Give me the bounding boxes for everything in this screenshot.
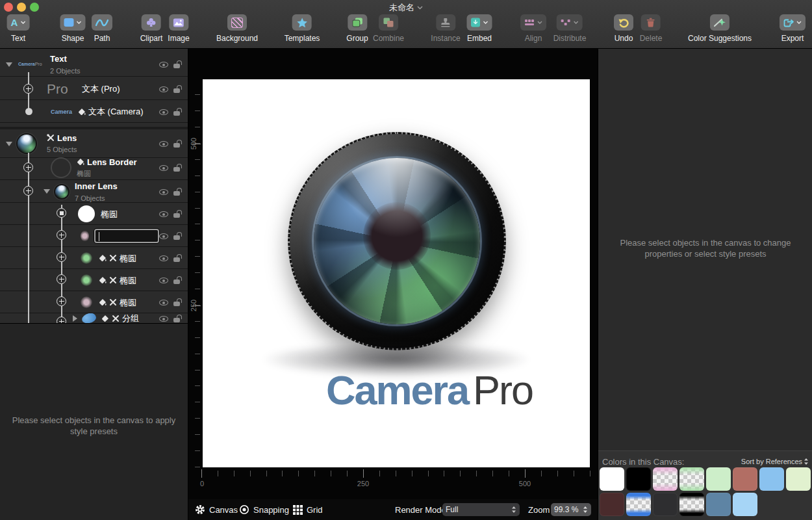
- add-object-button[interactable]: [23, 186, 33, 196]
- layer-thumbnail: CameraPro: [18, 62, 48, 67]
- color-swatch[interactable]: [706, 467, 731, 491]
- properties-panel: Please select objects in the canvas to c…: [598, 49, 812, 520]
- undo-button[interactable]: Undo: [614, 14, 633, 43]
- instance-stamp-icon: [441, 18, 451, 27]
- layer-thumbnail: [81, 230, 89, 242]
- tools-icon: [109, 254, 117, 262]
- color-swatch[interactable]: [759, 467, 784, 491]
- path-tool-button[interactable]: Path: [92, 14, 112, 43]
- color-swatch[interactable]: [679, 493, 704, 516]
- visibility-eye-icon[interactable]: [159, 254, 169, 263]
- add-object-button[interactable]: [57, 274, 66, 284]
- snapping-toggle[interactable]: Snapping: [239, 499, 289, 520]
- color-swatch[interactable]: [626, 467, 651, 491]
- lock-icon[interactable]: [173, 84, 182, 94]
- add-object-button[interactable]: [57, 252, 66, 262]
- color-swatch[interactable]: [733, 493, 757, 516]
- visibility-eye-icon[interactable]: [159, 84, 169, 94]
- tree-node-selected[interactable]: [57, 208, 66, 218]
- lock-icon[interactable]: [173, 314, 182, 323]
- fill-bucket-icon: [78, 108, 86, 116]
- toolbar-label: Undo: [615, 34, 633, 43]
- lock-icon[interactable]: [173, 60, 182, 69]
- color-swatch[interactable]: [653, 493, 678, 516]
- add-object-button[interactable]: [57, 296, 66, 306]
- canvas-toggle[interactable]: Canvas: [195, 499, 238, 520]
- disclosure-triangle[interactable]: [44, 189, 50, 194]
- layer-title: 椭圆: [120, 298, 136, 307]
- ruler-tick: [201, 469, 202, 478]
- visibility-eye-icon[interactable]: [159, 163, 169, 172]
- toolbar-label: Color Suggestions: [688, 34, 752, 43]
- lock-icon[interactable]: [173, 187, 182, 196]
- fill-bucket-icon: [77, 158, 84, 166]
- visibility-eye-icon[interactable]: [159, 107, 169, 116]
- embed-button[interactable]: Embed: [467, 14, 492, 43]
- visibility-eye-icon[interactable]: [159, 60, 169, 69]
- combine-button: Combine: [373, 14, 404, 43]
- visibility-eye-icon[interactable]: [159, 314, 169, 323]
- lock-icon[interactable]: [173, 276, 182, 285]
- visibility-eye-icon[interactable]: [159, 298, 169, 307]
- lock-icon[interactable]: [173, 298, 182, 307]
- canvas-region[interactable]: 500 250 CameraPro 0 250 500: [188, 49, 598, 499]
- ruler-label: 250: [353, 480, 374, 488]
- visibility-eye-icon[interactable]: [159, 187, 169, 196]
- group-button[interactable]: Group: [346, 14, 368, 43]
- visibility-eye-icon[interactable]: [159, 209, 169, 218]
- instance-button: Instance: [431, 14, 460, 43]
- add-object-button[interactable]: [23, 162, 33, 172]
- color-swatch[interactable]: [626, 493, 651, 516]
- layer-subtitle: 椭圆: [77, 170, 91, 177]
- shape-tool-button[interactable]: Shape: [60, 14, 86, 43]
- color-swatch[interactable]: [786, 467, 811, 491]
- lock-icon[interactable]: [173, 139, 182, 148]
- image-button[interactable]: Image: [168, 14, 189, 43]
- colors-section-title: Colors in this Canvas:: [602, 457, 684, 467]
- export-icon: [783, 18, 794, 27]
- toolbar-label: Export: [781, 34, 804, 43]
- tools-icon: [109, 298, 117, 306]
- lock-icon[interactable]: [173, 107, 182, 116]
- color-swatch[interactable]: [706, 493, 731, 516]
- visibility-eye-icon[interactable]: [159, 139, 169, 148]
- clipart-button[interactable]: Clipart: [140, 14, 163, 43]
- color-suggestions-button[interactable]: Color Suggestions: [688, 14, 752, 43]
- visibility-eye-icon[interactable]: [159, 231, 169, 240]
- layer-thumbnail: Pro: [47, 81, 78, 97]
- disclosure-triangle[interactable]: [6, 62, 12, 67]
- add-object-button[interactable]: [57, 230, 66, 240]
- render-mode-dropdown[interactable]: Full: [442, 503, 520, 516]
- zoom-stepper[interactable]: 99.3 %: [551, 503, 591, 516]
- tree-node-dot: [25, 108, 32, 115]
- lock-icon[interactable]: [173, 254, 182, 263]
- color-swatch[interactable]: [653, 467, 678, 491]
- layer-thumbnail: [81, 252, 92, 264]
- lock-icon[interactable]: [173, 231, 182, 240]
- background-button[interactable]: Background: [216, 14, 258, 43]
- disclosure-triangle[interactable]: [6, 142, 12, 146]
- document-title[interactable]: 未命名: [0, 2, 812, 14]
- logo-text[interactable]: CameraPro: [326, 370, 533, 411]
- grid-toggle[interactable]: Grid: [293, 499, 323, 520]
- lock-icon[interactable]: [173, 209, 182, 218]
- artboard[interactable]: CameraPro: [203, 79, 590, 467]
- visibility-eye-icon[interactable]: [159, 276, 169, 285]
- text-tool-button[interactable]: A Text: [7, 14, 30, 43]
- toolbar-label: Instance: [431, 34, 460, 43]
- disclosure-triangle[interactable]: [73, 315, 77, 322]
- color-swatch[interactable]: [733, 467, 757, 491]
- color-swatch[interactable]: [600, 493, 624, 516]
- sort-by-references-dropdown[interactable]: Sort by References: [741, 458, 809, 465]
- add-object-button[interactable]: [23, 84, 33, 94]
- camera-lens-graphic[interactable]: [288, 132, 506, 350]
- color-swatch-grid: [600, 467, 811, 516]
- color-swatch[interactable]: [679, 467, 704, 491]
- export-button[interactable]: Export: [780, 14, 806, 43]
- distribute-button: Distribute: [553, 14, 587, 43]
- status-bar: Canvas Snapping Grid Render Mode Full Zo…: [188, 499, 598, 520]
- color-swatch[interactable]: [600, 467, 624, 491]
- templates-button[interactable]: Templates: [285, 14, 320, 43]
- layer-rename-input[interactable]: [94, 229, 159, 243]
- lock-icon[interactable]: [173, 163, 182, 172]
